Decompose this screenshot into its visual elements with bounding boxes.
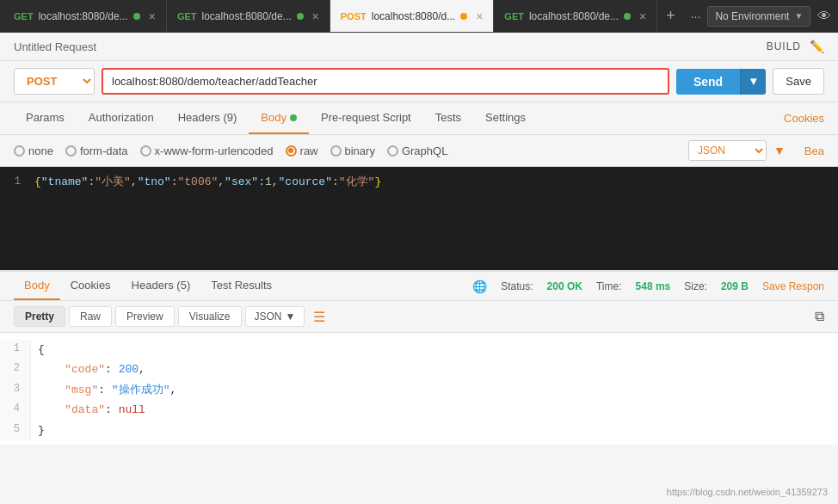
raw-button[interactable]: Raw [69,306,112,327]
radio-circle-binary [330,145,342,157]
chevron-down-icon: ▼ [794,11,803,21]
wrap-icon[interactable]: ☰ [313,309,325,325]
cookies-link[interactable]: Cookies [784,112,824,125]
url-input-wrapper [102,68,669,95]
response-line-3: 3 "msg": "操作成功", [0,380,838,400]
copy-icon[interactable]: ⧉ [815,309,824,324]
radio-none[interactable]: none [14,144,53,157]
request-title-bar: Untitled Request BUILD ✏️ [0,33,838,61]
tab-dot-2 [297,13,304,20]
tab-body[interactable]: Body [249,102,309,134]
tab-method-4: GET [504,11,524,22]
response-tab-cookies[interactable]: Cookies [60,272,121,300]
edit-icon[interactable]: ✏️ [810,40,824,53]
tab-dot-1 [133,13,140,20]
response-line-5: 5 } [0,421,838,440]
bottom-panel: Body Cookies Headers (5) Test Results 🌐 … [0,270,838,504]
radio-raw[interactable]: raw [286,144,318,157]
tab-bar: GET localhost:8080/de... × GET localhost… [0,0,838,33]
response-tab-test-results[interactable]: Test Results [200,272,282,300]
tab-tests[interactable]: Tests [423,102,473,134]
tab-url-3: localhost:8080/d... [372,10,455,22]
request-nav-tabs: Params Authorization Headers (9) Body Pr… [0,102,838,135]
response-toolbar: Pretty Raw Preview Visualize JSON ▼ ☰ ⧉ [0,301,838,333]
eye-icon[interactable]: 👁 [817,9,831,24]
response-tab-headers[interactable]: Headers (5) [121,272,201,300]
tab-url-4: localhost:8080/de... [529,10,619,22]
code-line-1: 1 {"tname":"小美","tno":"t006","sex":1,"co… [0,174,838,192]
tab-url-1: localhost:8080/de... [39,10,128,22]
response-tab-body[interactable]: Body [14,272,60,300]
radio-binary[interactable]: binary [330,144,375,157]
radio-form-data[interactable]: form-data [65,144,128,157]
chevron-down-icon-format[interactable]: ▼ [773,144,786,157]
response-status-bar: 🌐 Status: 200 OK Time: 548 ms Size: 209 … [472,280,824,293]
send-button[interactable]: Send [676,69,740,95]
tab-method-1: GET [14,11,34,22]
tab-dot-4 [624,13,631,20]
tab-headers[interactable]: Headers (9) [166,102,250,134]
tab-1[interactable]: GET localhost:8080/de... × [3,0,167,32]
tab-url-2: localhost:8080/de... [202,10,292,22]
tab-method-2: GET [177,11,197,22]
response-line-4: 4 "data": null [0,400,838,420]
env-label: No Environment [715,10,789,22]
tab-bar-right: No Environment ▼ 👁 [707,6,838,27]
pretty-button[interactable]: Pretty [14,306,65,327]
send-btn-group: Send ▼ [676,69,766,95]
send-dropdown-button[interactable]: ▼ [740,69,766,95]
url-bar: POST GET PUT DELETE Send ▼ Save [0,61,838,102]
bear-link[interactable]: Bea [804,144,824,157]
radio-circle-graphql [387,145,398,157]
tab-close-1[interactable]: × [149,9,156,23]
tab-close-3[interactable]: × [476,9,483,23]
tab-3[interactable]: POST localhost:8080/d... × [330,0,495,32]
environment-select[interactable]: No Environment ▼ [707,6,810,27]
build-button[interactable]: BUILD [767,40,801,52]
response-body: 1 { 2 "code": 200, 3 "msg": "操作成功", 4 "d… [0,333,838,445]
tab-close-4[interactable]: × [639,9,646,23]
radio-circle-none [14,145,25,157]
body-options-bar: none form-data x-www-form-urlencoded raw… [0,135,838,167]
save-response-button[interactable]: Save Respon [762,280,824,292]
request-title: Untitled Request [14,40,96,53]
body-badge [290,114,297,121]
tab-settings[interactable]: Settings [473,102,538,134]
format-options: JSON Text JavaScript HTML XML ▼ [688,140,786,161]
more-tabs-button[interactable]: ··· [684,9,708,23]
response-line-2: 2 "code": 200, [0,360,838,379]
main-container: Untitled Request BUILD ✏️ POST GET PUT D… [0,33,838,504]
tab-method-3: POST [341,11,367,22]
tab-prerequest[interactable]: Pre-request Script [309,102,423,134]
code-content-1: {"tname":"小美","tno":"t006","sex":1,"cour… [34,174,838,192]
chevron-down-icon-resp: ▼ [286,310,296,323]
tab-params[interactable]: Params [14,102,77,134]
tab-authorization[interactable]: Authorization [77,102,166,134]
globe-icon: 🌐 [472,280,487,293]
response-line-1: 1 { [0,340,838,360]
radio-urlencoded[interactable]: x-www-form-urlencoded [140,144,274,157]
radio-circle-raw [286,145,297,157]
response-format-select[interactable]: JSON ▼ [245,306,305,327]
tab-close-2[interactable]: × [312,9,319,23]
line-number-1: 1 [0,174,34,190]
radio-graphql[interactable]: GraphQL [387,144,447,157]
tab-2[interactable]: GET localhost:8080/de... × [167,0,330,32]
save-button[interactable]: Save [773,68,824,95]
url-input[interactable] [103,70,668,93]
json-format-select[interactable]: JSON Text JavaScript HTML XML [688,140,767,161]
visualize-button[interactable]: Visualize [178,306,242,327]
radio-circle-form-data [65,145,77,157]
method-select[interactable]: POST GET PUT DELETE [14,68,95,95]
request-body-editor[interactable]: 1 {"tname":"小美","tno":"t006","sex":1,"co… [0,167,838,270]
tab-dot-3 [460,13,467,20]
add-tab-button[interactable]: + [657,7,684,25]
preview-button[interactable]: Preview [115,306,175,327]
tab-4[interactable]: GET localhost:8080/de... × [494,0,657,32]
radio-circle-urlencoded [140,145,151,157]
response-tabs-bar: Body Cookies Headers (5) Test Results 🌐 … [0,272,838,301]
watermark: https://blog.csdn.net/weixin_41359273 [667,487,828,497]
